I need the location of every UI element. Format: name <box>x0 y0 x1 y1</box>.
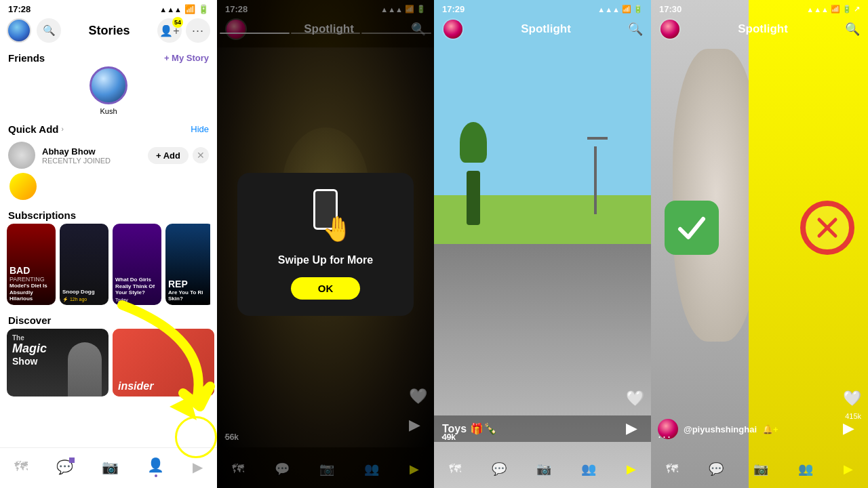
sp3-title: Spotlight <box>738 22 788 36</box>
kush-avatar <box>90 66 127 104</box>
sp3-like-icon[interactable]: 🤍 <box>843 390 861 407</box>
dialog-hand-icon: 🤚 <box>322 215 353 243</box>
sp3-play-icon[interactable]: ▶ <box>843 420 861 437</box>
nav-spotlight[interactable]: ▶ <box>193 459 203 475</box>
subscriptions-label: Subscriptions <box>8 209 76 221</box>
spotlight-2-header: 17:29 ▲▲▲ 📶 🔋 Spotlight 🔍 <box>434 0 651 44</box>
sp2-topnav: Spotlight 🔍 <box>434 16 651 44</box>
sp2-like-icon[interactable]: 🤍 <box>626 390 644 407</box>
sp2-time: 17:29 <box>442 4 465 14</box>
swipe-dialog: 🤚 Swipe Up for More OK <box>237 173 414 316</box>
hide-button[interactable]: Hide <box>191 124 209 134</box>
my-story-button[interactable]: + My Story <box>164 53 209 63</box>
discover-label: Discover <box>8 314 51 326</box>
sp2-search-icon[interactable]: 🔍 <box>628 22 643 37</box>
friends-section-header: Friends + My Story <box>7 48 210 66</box>
sp2-title: Spotlight <box>521 22 571 36</box>
discover-section: Discover The Magic Show insider <box>7 310 210 396</box>
discover-header: Discover <box>7 310 210 329</box>
sp3-search-icon[interactable]: 🔍 <box>845 22 860 37</box>
disc-card-insider[interactable]: insider <box>113 329 214 396</box>
add-friend-button[interactable]: 👤+ 54 <box>157 18 182 43</box>
spotlight-panel-1: 17:28 ▲▲▲ 📶 🔋 Spotlight 🔍 🤚 <box>217 0 434 488</box>
sp3-topnav: Spotlight 🔍 <box>651 16 868 44</box>
sp2-nav-camera[interactable]: 📷 <box>536 462 551 476</box>
sub-card-snoop[interactable]: Snoop Dogg ⚡ 12h ago <box>60 224 108 305</box>
bottom-nav-1: 🗺 💬 📷 👤 ▶ <box>0 447 217 488</box>
sp3-nav-map[interactable]: 🗺 <box>666 462 678 476</box>
sp3-nav-camera[interactable]: 📷 <box>753 462 768 476</box>
subscriptions-header: Subscriptions <box>7 205 210 224</box>
sp2-nav-spotlight[interactable]: ▶ <box>627 462 636 476</box>
sp2-user-avatar[interactable] <box>442 18 464 40</box>
spotlight-panel-3: 17:30 ▲▲▲ 📶 🔋 ↗ Spotlight 🔍 @piyushshing… <box>651 0 868 488</box>
sp3-nav-friends[interactable]: 👥 <box>798 462 813 476</box>
stories-panel: 17:28 ▲▲▲ 📶 🔋 🔍 Stories 👤+ 54 ··· Friend… <box>0 0 217 488</box>
statusbar-1: 17:28 ▲▲▲ 📶 🔋 <box>0 0 217 16</box>
wifi-icon: 📶 <box>184 4 195 14</box>
quick-add-header: Quick Add › Hide <box>7 119 210 138</box>
sp2-play-icon[interactable]: ▶ <box>626 420 644 437</box>
toys-label: Toys 🎁🍾 <box>434 415 651 442</box>
sp3-bottom-nav: 🗺 💬 📷 👥 ▶ <box>651 450 868 488</box>
quick-add-label: Quick Add <box>8 123 58 135</box>
sp2-nav-chat[interactable]: 💬 <box>492 462 507 476</box>
quick-add-extra <box>9 173 37 200</box>
dialog-title: Swipe Up for More <box>278 254 373 266</box>
nav-camera[interactable]: 📷 <box>102 459 119 475</box>
sp3-username[interactable]: @piyushshinghai <box>684 424 757 434</box>
user-avatar[interactable] <box>7 18 31 43</box>
friend-kush[interactable]: Kush <box>7 66 210 115</box>
sp3-loc: ↗ <box>854 5 860 14</box>
sp3-user-avatar[interactable] <box>659 18 681 40</box>
sp2-bottom-nav: 🗺 💬 📷 👥 ▶ <box>434 450 651 488</box>
dialog-ok-button[interactable]: OK <box>291 277 361 300</box>
search-button[interactable]: 🔍 <box>37 18 61 43</box>
nav-map[interactable]: 🗺 <box>14 459 28 474</box>
sp3-nav-chat[interactable]: 💬 <box>709 462 724 476</box>
more-button[interactable]: ··· <box>186 18 210 43</box>
dialog-icon: 🤚 <box>298 189 353 243</box>
sp2-signal: ▲▲▲ <box>597 5 620 14</box>
disc-card-magic[interactable]: The Magic Show <box>7 329 108 396</box>
sp3-time: 17:30 <box>659 4 682 14</box>
stories-topbar: 🔍 Stories 👤+ 54 ··· <box>0 16 217 48</box>
sub-card-rep[interactable]: REP Are You To Ri Skin? <box>165 224 210 305</box>
swipe-dialog-overlay: 🤚 Swipe Up for More OK <box>217 0 434 488</box>
add-abhay-button[interactable]: + Add <box>148 147 189 164</box>
nav-chat[interactable]: 💬 <box>56 459 73 475</box>
sp3-three-dots[interactable]: ··· <box>658 430 672 444</box>
sp2-statusbar: 17:29 ▲▲▲ 📶 🔋 <box>434 0 651 16</box>
sub-card-broth[interactable]: What Do Girls Really Think Of Your Style… <box>113 224 161 305</box>
abhay-avatar <box>8 142 35 169</box>
sp3-follow-button[interactable]: 🔔+ <box>762 424 778 434</box>
sp3-battery: 🔋 <box>842 5 852 14</box>
kush-name: Kush <box>100 107 117 115</box>
sp2-view-count: 49k <box>442 432 456 442</box>
stories-title: Stories <box>66 24 152 38</box>
nav-stories[interactable]: 👤 <box>147 457 164 477</box>
quick-add-caret: › <box>61 125 63 133</box>
sp3-wifi: 📶 <box>831 5 840 14</box>
sp3-signal: ▲▲▲ <box>806 5 829 14</box>
spotlight-3-header: 17:30 ▲▲▲ 📶 🔋 ↗ Spotlight 🔍 <box>651 0 868 44</box>
time-1: 17:28 <box>8 4 31 14</box>
sp3-nav-spotlight[interactable]: ▶ <box>844 462 853 476</box>
sp3-side-actions: 🤍 ▶ <box>843 390 861 437</box>
subscriptions-grid: BAD PARENTING Model's Diet Is Absurdly H… <box>7 224 210 305</box>
spotlight-panel-2: 17:29 ▲▲▲ 📶 🔋 Spotlight 🔍 Toys 🎁🍾 🤍 ▶ 🗺 … <box>434 0 651 488</box>
red-cancel-icon <box>800 201 854 255</box>
sp2-nav-map[interactable]: 🗺 <box>449 462 461 476</box>
sub-card-bad[interactable]: BAD PARENTING Model's Diet Is Absurdly H… <box>7 224 56 305</box>
sp2-side-actions: 🤍 ▶ <box>626 390 644 437</box>
sp2-wifi: 📶 <box>622 5 631 14</box>
green-check-icon <box>665 201 719 255</box>
sp3-statusbar: 17:30 ▲▲▲ 📶 🔋 ↗ <box>651 0 868 16</box>
battery-icon: 🔋 <box>198 4 209 14</box>
subscriptions-section: Subscriptions BAD PARENTING Model's Diet… <box>7 205 210 305</box>
friends-label: Friends <box>8 52 45 64</box>
road-background <box>434 0 651 488</box>
sp2-nav-friends[interactable]: 👥 <box>581 462 596 476</box>
dismiss-abhay-button[interactable]: ✕ <box>193 147 209 163</box>
stories-body: Friends + My Story Kush Quick Add › Hide… <box>0 48 217 447</box>
